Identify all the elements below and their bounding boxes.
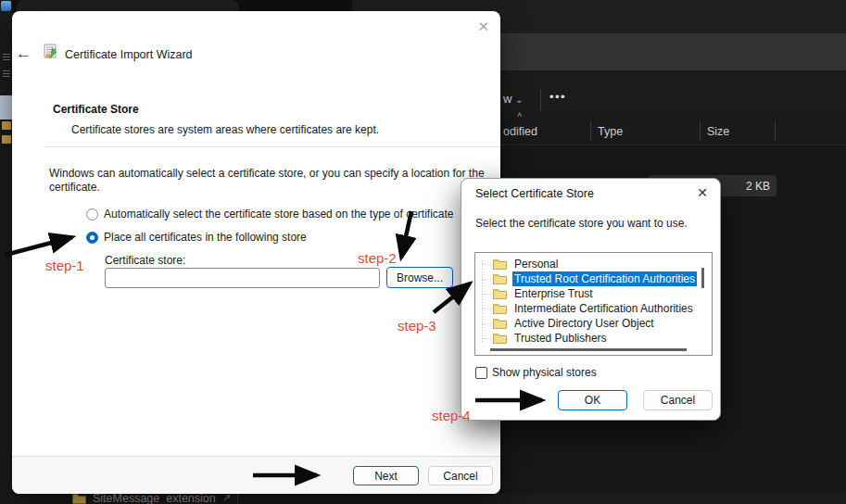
toolbar-separator xyxy=(540,89,541,111)
page-heading: Certificate Store xyxy=(53,103,139,116)
tree-item-active-directory[interactable]: Active Directory User Object xyxy=(475,316,656,331)
select-certificate-store-dialog: Select Certificate Store ✕ Select the ce… xyxy=(461,178,721,421)
dialog-title: Select Certificate Store xyxy=(475,187,594,200)
tree-item-label[interactable]: Personal xyxy=(512,257,560,271)
tree-item-label[interactable]: Active Directory User Object xyxy=(512,316,656,331)
radio-circle-selected[interactable] xyxy=(86,232,98,244)
column-separator[interactable] xyxy=(775,120,776,141)
column-separator[interactable] xyxy=(590,120,591,141)
column-header-modified[interactable]: odified xyxy=(503,125,537,138)
folder-icon xyxy=(493,318,507,329)
next-button[interactable]: Next xyxy=(353,466,419,485)
certificate-import-wizard-window: ✕ ← Certificate Import Wizard Certificat… xyxy=(12,11,500,494)
sort-ascending-icon: ˄ xyxy=(517,110,522,120)
folder-icon[interactable] xyxy=(2,135,11,144)
tree-item-label[interactable]: Intermediate Certification Authorities xyxy=(512,301,695,316)
folder-icon xyxy=(72,493,86,504)
show-physical-stores-checkbox[interactable] xyxy=(475,367,487,379)
ellipsis-icon: ••• xyxy=(549,90,566,104)
folder-icon xyxy=(493,258,507,270)
store-description: Windows can automatically select a certi… xyxy=(49,167,494,195)
divider xyxy=(44,146,500,147)
divider xyxy=(237,494,238,504)
certificate-store-field-label: Certificate store: xyxy=(105,254,185,267)
horizontal-scrollbar-thumb[interactable] xyxy=(490,348,687,351)
tree-item-trusted-root[interactable]: Trusted Root Certification Authorities xyxy=(475,271,697,286)
column-separator[interactable] xyxy=(700,120,701,141)
back-arrow-icon[interactable]: ← xyxy=(16,44,32,63)
next-button-label: Next xyxy=(374,470,398,483)
wizard-title: Certificate Import Wizard xyxy=(65,48,193,61)
ok-button[interactable]: OK xyxy=(558,390,627,410)
ok-button-label: OK xyxy=(585,394,600,407)
show-physical-stores-row[interactable]: Show physical stores xyxy=(475,366,597,379)
cancel-button-label: Cancel xyxy=(443,470,477,483)
radio-circle-unselected[interactable] xyxy=(86,208,98,220)
view-menu[interactable]: w ⌄ xyxy=(503,92,523,106)
explorer-tab[interactable] xyxy=(17,0,239,11)
browse-button-label: Browse... xyxy=(397,271,443,284)
cancel-button[interactable]: Cancel xyxy=(428,466,493,485)
nav-selected-item[interactable] xyxy=(0,95,12,120)
folder-icon[interactable] xyxy=(2,121,11,130)
wizard-footer: Next Cancel xyxy=(12,456,500,494)
explorer-bottom-strip: SiteMessage_extension ↗ xyxy=(0,494,846,504)
page-subheading: Certificate stores are system areas wher… xyxy=(71,123,379,136)
tree-item-label-selected[interactable]: Trusted Root Certification Authorities xyxy=(512,271,697,286)
certificate-wizard-icon xyxy=(43,44,59,60)
column-header-size[interactable]: Size xyxy=(707,125,729,138)
column-header-type[interactable]: Type xyxy=(598,125,623,138)
close-icon[interactable]: ✕ xyxy=(697,185,708,200)
nav-item-icon[interactable] xyxy=(3,54,10,62)
close-icon[interactable]: ✕ xyxy=(477,19,489,35)
dialog-cancel-button-label: Cancel xyxy=(661,394,695,407)
dialog-prompt: Select the certificate store you want to… xyxy=(475,217,688,230)
chevron-down-icon: ⌄ xyxy=(515,94,523,105)
tree-item-label[interactable]: Enterprise Trust xyxy=(512,286,595,301)
tree-item-personal[interactable]: Personal xyxy=(475,257,560,271)
radio-automatic-label[interactable]: Automatically select the certificate sto… xyxy=(104,208,454,220)
more-options-button[interactable]: ••• xyxy=(549,90,566,104)
radio-place-all-store[interactable]: Place all certificates in the following … xyxy=(86,231,307,244)
browse-button[interactable]: Browse... xyxy=(386,267,453,288)
certificate-store-input[interactable] xyxy=(105,268,380,288)
show-physical-stores-label: Show physical stores xyxy=(492,366,597,379)
file-size-value: 2 KB xyxy=(746,180,770,193)
view-menu-label: w xyxy=(503,92,511,106)
explorer-nav-strip xyxy=(0,0,12,504)
app-icon xyxy=(1,1,11,11)
folder-icon xyxy=(493,333,507,344)
folder-icon xyxy=(493,303,507,314)
dialog-cancel-button[interactable]: Cancel xyxy=(643,390,713,410)
vertical-scrollbar-thumb[interactable] xyxy=(701,268,704,288)
certificate-store-tree: Personal Trusted Root Certification Auth… xyxy=(474,252,713,356)
tree-item-label[interactable]: Trusted Publishers xyxy=(512,331,609,346)
folder-icon xyxy=(493,273,507,284)
radio-automatic-store[interactable]: Automatically select the certificate sto… xyxy=(86,208,454,220)
tree-item-intermediate[interactable]: Intermediate Certification Authorities xyxy=(475,301,695,316)
nav-item-icon[interactable] xyxy=(3,70,10,79)
tree-item-trusted-publishers[interactable]: Trusted Publishers xyxy=(475,331,609,346)
tree-item-enterprise-trust[interactable]: Enterprise Trust xyxy=(475,286,595,301)
folder-icon xyxy=(493,288,507,299)
radio-place-all-label[interactable]: Place all certificates in the following … xyxy=(104,231,307,244)
